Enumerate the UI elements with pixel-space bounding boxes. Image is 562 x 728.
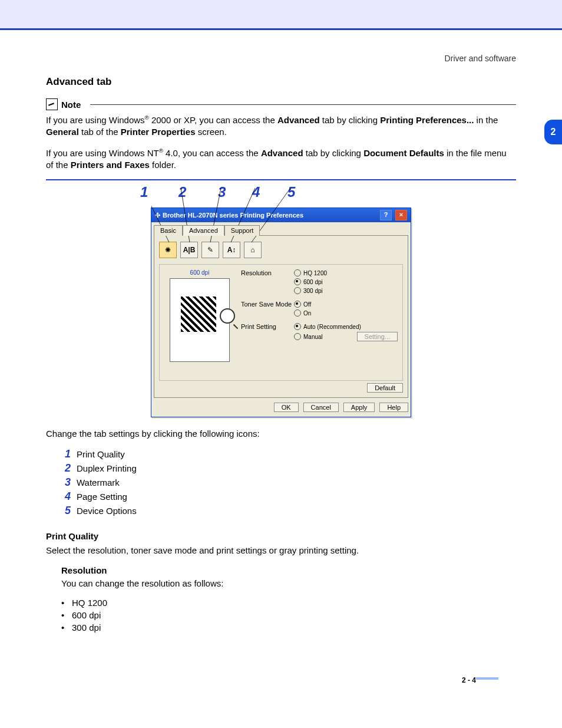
preview-pane: 600 dpi (164, 269, 235, 375)
radio-600dpi[interactable] (294, 278, 301, 285)
separator (46, 179, 516, 180)
radio-ps-manual[interactable] (294, 333, 301, 340)
opt-text: 300 dpi (303, 288, 323, 294)
chapter-tab: 2 (544, 120, 562, 144)
opt-text: HQ 1200 (303, 270, 327, 276)
watermark-icon[interactable]: ✎ (201, 242, 219, 258)
note-rule (90, 104, 516, 105)
help-button[interactable]: Help (379, 403, 408, 412)
bullet-item: 300 dpi (61, 622, 516, 633)
dialog-buttons: OK Cancel Apply Help (151, 398, 411, 417)
opt-text: Off (303, 301, 311, 308)
resolution-list: HQ 1200 600 dpi 300 dpi (61, 598, 516, 633)
radio-hq1200[interactable] (294, 269, 301, 276)
opt-text: Auto (Recommended) (303, 324, 361, 330)
apply-button[interactable]: Apply (343, 403, 375, 412)
close-titlebutton[interactable]: × (395, 210, 407, 220)
page-setting-icon[interactable]: A↕ (223, 242, 240, 258)
list-item: Duplex Printing (77, 463, 137, 473)
list-item: Device Options (77, 506, 137, 516)
icons-intro: Change the tab settings by clicking the … (46, 428, 516, 440)
opt-text: Manual (303, 334, 323, 340)
print-quality-heading: Print Quality (46, 531, 516, 541)
callout-row: 1 2 3 4 5 (46, 184, 516, 207)
list-num: 5 (60, 505, 71, 517)
printsetting-label: Print Setting (241, 323, 294, 343)
tab-advanced[interactable]: Advanced (183, 225, 224, 236)
breadcrumb: Driver and software (46, 54, 516, 63)
list-item: Page Setting (77, 492, 127, 502)
radio-300dpi[interactable] (294, 287, 301, 294)
toner-label: Toner Save Mode (241, 301, 294, 318)
tab-basic[interactable]: Basic (154, 225, 183, 236)
tab-support[interactable]: Support (224, 225, 260, 236)
tabstrip: Basic Advanced Support (151, 222, 411, 235)
magnifier-icon (220, 308, 235, 324)
settings-group: 600 dpi Resolution HQ 1200 600 dpi 300 d… (159, 264, 403, 381)
callout-1: 1 (140, 184, 148, 200)
radio-ps-auto[interactable] (294, 323, 301, 330)
resolution-label: Resolution (241, 269, 294, 296)
toolbar: ✺ A|B ✎ A↕ ⌂ (159, 241, 403, 264)
default-button[interactable]: Default (367, 383, 403, 393)
icon-list: 1Print Quality 2Duplex Printing 3Waterma… (60, 448, 516, 517)
list-num: 1 (60, 448, 71, 460)
note-paragraph-1: If you are using Windows® 2000 or XP, yo… (46, 114, 516, 139)
bullet-item: HQ 1200 (61, 598, 516, 608)
note-label: Note (61, 100, 81, 110)
page-top-strip (0, 0, 562, 30)
opt-text: On (303, 310, 311, 317)
resolution-heading: Resolution (61, 565, 516, 575)
callout-4: 4 (252, 184, 260, 200)
list-item: Print Quality (77, 449, 125, 459)
page-footer: 2 - 4 (0, 647, 562, 696)
help-titlebutton[interactable]: ? (380, 210, 392, 220)
preview-image (170, 278, 230, 362)
radio-toner-on[interactable] (294, 309, 301, 317)
cancel-button[interactable]: Cancel (303, 403, 339, 412)
print-quality-icon[interactable]: ✺ (159, 242, 177, 258)
section-title: Advanced tab (46, 76, 516, 88)
dialog-window: ✣ Brother HL-2070N series Printing Prefe… (151, 207, 411, 417)
preview-label: 600 dpi (164, 269, 235, 276)
note-header: Note (46, 98, 516, 110)
radio-toner-off[interactable] (294, 301, 301, 308)
callout-2: 2 (178, 184, 186, 200)
footer-accent (476, 677, 498, 680)
callout-3: 3 (218, 184, 226, 200)
list-num: 2 (60, 462, 71, 475)
callout-5: 5 (287, 184, 295, 200)
window-title: Brother HL-2070N series Printing Prefere… (163, 212, 303, 219)
list-item: Watermark (77, 477, 120, 487)
titlebar-icon: ✣ (155, 212, 160, 219)
page-number: 2 - 4 (462, 676, 476, 684)
resolution-desc: You can change the resolution as follows… (61, 578, 516, 589)
note-paragraph-2: If you are using Windows NT® 4.0, you ca… (46, 147, 516, 172)
settings-column: Resolution HQ 1200 600 dpi 300 dpi Toner… (241, 269, 398, 375)
list-num: 3 (60, 476, 71, 489)
setting-button[interactable]: Setting... (357, 332, 398, 341)
ok-button[interactable]: OK (274, 403, 299, 412)
tab-panel: ✺ A|B ✎ A↕ ⌂ 600 dpi Resolut (154, 235, 408, 398)
duplex-icon[interactable]: A|B (180, 242, 198, 258)
print-quality-desc: Select the resolution, toner save mode a… (46, 545, 516, 556)
device-options-icon[interactable]: ⌂ (244, 242, 262, 258)
opt-text: 600 dpi (303, 279, 323, 285)
list-num: 4 (60, 490, 71, 503)
titlebar: ✣ Brother HL-2070N series Printing Prefe… (151, 208, 411, 222)
bullet-item: 600 dpi (61, 610, 516, 620)
note-icon (46, 98, 58, 110)
